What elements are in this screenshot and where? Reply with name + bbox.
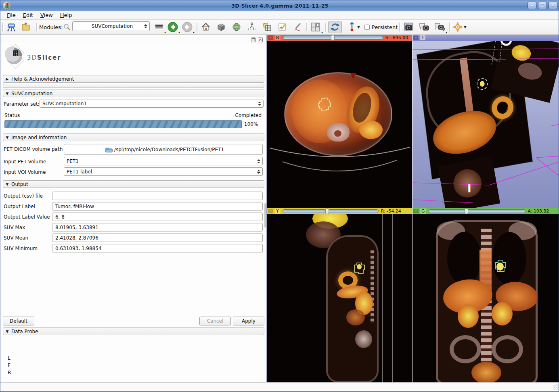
combo-spinner-icon[interactable]: [256, 168, 262, 175]
sagittal-bowel: [346, 309, 365, 325]
suv-min-input[interactable]: [52, 244, 263, 252]
load-scene-button[interactable]: [5, 21, 17, 33]
menu-view[interactable]: View: [37, 11, 56, 19]
home-module-button[interactable]: [200, 21, 212, 33]
back-button[interactable]: ▾: [167, 21, 179, 33]
toolbar-grip[interactable]: [449, 23, 451, 31]
sceneview-capture-button[interactable]: [419, 21, 431, 33]
output-section-label: Output: [11, 181, 28, 187]
menu-edit[interactable]: Edit: [20, 11, 36, 19]
pin-icon[interactable]: –: [268, 209, 273, 213]
status-state: Completed: [235, 113, 262, 118]
screenshot-button[interactable]: [402, 21, 415, 33]
menu-file[interactable]: File: [4, 11, 19, 19]
title-bar[interactable]: 3D Slicer 4.0.gamma-2011-11-25 – ❐ ✕: [0, 0, 559, 11]
panel-scrollbar[interactable]: [264, 203, 266, 227]
reslice-toggle-button[interactable]: [328, 21, 342, 33]
red-slice-slider[interactable]: [283, 36, 383, 40]
red-slice-view[interactable]: [267, 41, 412, 208]
close-button[interactable]: ✕: [549, 2, 557, 9]
minimize-button[interactable]: –: [528, 2, 536, 9]
pet-dicom-path-button[interactable]: /spl/tmp/nicole/Downloads/PETCTFusion/PE…: [64, 144, 263, 155]
save-button[interactable]: [20, 21, 32, 33]
green-slice-header: – G A: 103.32: [412, 208, 559, 214]
module-history-button[interactable]: ▾: [153, 21, 165, 33]
input-pet-selector[interactable]: PET1: [64, 157, 263, 165]
yellow-slice-slider[interactable]: [283, 209, 379, 213]
data-probe-section-header[interactable]: ▼ Data Probe: [3, 327, 264, 335]
suv-max-input[interactable]: [52, 223, 263, 231]
help-section-label: Help & Acknowledgement: [11, 76, 74, 82]
module-selector[interactable]: SUVComputation: [72, 21, 150, 31]
suv-section-header[interactable]: ▼ SUVComputation: [3, 90, 264, 97]
input-voi-selector[interactable]: PET1-label: [64, 167, 263, 176]
maximize-button[interactable]: ❐: [538, 2, 547, 9]
undock-panel-icon[interactable]: ❐: [251, 38, 256, 42]
combo-spinner-icon[interactable]: [143, 22, 149, 31]
toolbar-grip[interactable]: [325, 23, 327, 31]
slider-handle[interactable]: [465, 209, 468, 214]
crosshair-button[interactable]: [452, 21, 464, 33]
apply-button[interactable]: Apply: [233, 317, 264, 325]
image-info-section-header[interactable]: ▼ Image and Information: [3, 133, 264, 141]
crosshair-icon: [452, 22, 463, 32]
threed-view[interactable]: I: [412, 41, 559, 208]
main-toolbar: Modules: SUVComputation ▾ ▾: [0, 20, 559, 35]
progress-bar: [4, 120, 242, 128]
parameter-set-selector[interactable]: SUVComputation1: [40, 100, 264, 108]
models-module-button[interactable]: [230, 21, 243, 33]
toolbar-grip[interactable]: [197, 23, 198, 31]
volumes-module-button[interactable]: [215, 21, 227, 33]
help-section-header[interactable]: ▶ Help & Acknowledgement: [3, 75, 264, 83]
toolbar-grip[interactable]: [2, 23, 4, 31]
output-label-value-input[interactable]: [52, 213, 263, 221]
output-csv-input[interactable]: [52, 192, 263, 200]
sceneview-restore-button[interactable]: ▾: [434, 21, 446, 33]
editor-module-button[interactable]: [276, 21, 289, 33]
output-label-label: Output Label: [4, 204, 35, 209]
mouse-mode-caret[interactable]: ▼: [357, 21, 360, 33]
persistent-checkbox[interactable]: Persistent: [364, 21, 398, 33]
sagittal-table-line: [392, 214, 393, 382]
resize-grip[interactable]: [553, 384, 559, 390]
toolbar-grip[interactable]: [36, 23, 38, 31]
slider-handle[interactable]: [325, 209, 329, 214]
annotations-module-button[interactable]: [292, 21, 304, 33]
green-slice-slider[interactable]: [429, 209, 526, 213]
crosshair-caret[interactable]: ▼: [464, 21, 467, 33]
slider-handle[interactable]: [331, 35, 335, 41]
toolbar-grip[interactable]: [399, 23, 401, 31]
data-module-button[interactable]: [246, 21, 258, 33]
suv-mean-input[interactable]: [52, 234, 263, 242]
yellow-slice-view[interactable]: [267, 214, 412, 382]
checkbox-icon[interactable]: [364, 25, 370, 30]
pin-icon[interactable]: –: [413, 209, 419, 213]
module-search-button[interactable]: [63, 21, 71, 33]
mouse-mode-button[interactable]: [346, 21, 358, 33]
combo-spinner-icon[interactable]: [256, 157, 262, 165]
sphere-mesh-icon: [232, 22, 241, 32]
toolbar-grip[interactable]: [306, 23, 308, 31]
axial-table-lines: [267, 41, 412, 208]
close-panel-icon[interactable]: ✕: [258, 38, 263, 42]
menu-help[interactable]: Help: [57, 11, 75, 19]
pin-icon[interactable]: –: [268, 35, 273, 40]
green-slice-view[interactable]: [412, 214, 559, 382]
combo-spinner-icon[interactable]: [257, 100, 262, 107]
pin-icon[interactable]: –: [413, 35, 419, 40]
default-button[interactable]: Default: [3, 317, 34, 325]
green-slice-offset: A: 103.32: [528, 209, 549, 214]
layout-grid-icon: [310, 22, 321, 32]
orientation-marker-i: I: [467, 183, 471, 195]
coronal-pelvis-right: [492, 335, 523, 363]
slicer-logo-text: 3DSlicer: [27, 54, 61, 61]
layout-selector-button[interactable]: ▾: [310, 21, 322, 33]
chart-pencil-icon: [278, 22, 287, 32]
forward-button[interactable]: ▾: [181, 21, 193, 33]
cancel-button[interactable]: Cancel: [199, 317, 231, 325]
output-section-header[interactable]: ▼ Output: [3, 180, 264, 188]
panel-title-bar: ❐ ✕: [2, 37, 265, 43]
output-label-input[interactable]: [52, 202, 263, 211]
pencil-scribble-icon: [293, 22, 303, 32]
volume-rendering-button[interactable]: [261, 21, 273, 33]
